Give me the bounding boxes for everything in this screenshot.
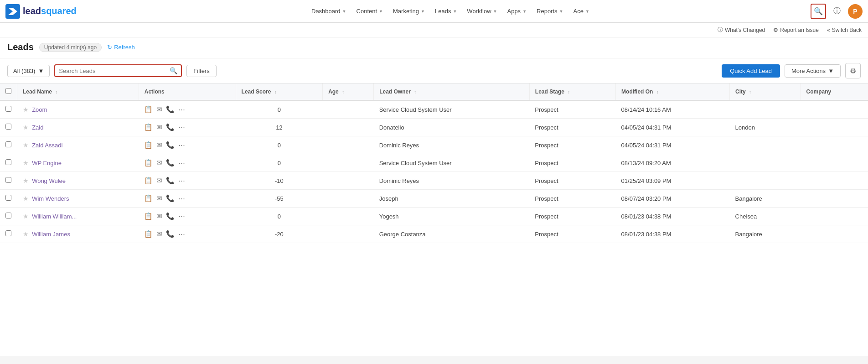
user-avatar[interactable]: P bbox=[848, 4, 863, 19]
add-activity-icon-1[interactable]: 📋 bbox=[144, 123, 153, 131]
settings-button[interactable]: ⚙ bbox=[845, 63, 861, 78]
email-icon-4[interactable]: ✉ bbox=[156, 177, 162, 185]
logo[interactable]: leadsquared bbox=[5, 4, 77, 19]
more-icon-5[interactable]: ⋯ bbox=[178, 194, 185, 203]
call-icon-6[interactable]: 📞 bbox=[166, 212, 175, 220]
more-icon-4[interactable]: ⋯ bbox=[178, 177, 185, 185]
star-icon-0[interactable]: ★ bbox=[23, 106, 29, 113]
col-age[interactable]: Age ↕ bbox=[323, 83, 374, 100]
lead-name-link-0[interactable]: Zoom bbox=[32, 106, 47, 113]
lead-name-link-2[interactable]: Zaid Assadi bbox=[32, 142, 62, 149]
row-checkbox-5[interactable] bbox=[5, 195, 11, 201]
nav-item-dashboard[interactable]: Dashboard▼ bbox=[307, 5, 351, 17]
row-checkbox-0[interactable] bbox=[5, 106, 11, 112]
more-icon-0[interactable]: ⋯ bbox=[178, 105, 185, 114]
report-issue-link[interactable]: ⚙ Report an Issue bbox=[773, 27, 819, 33]
nav-item-leads[interactable]: Leads▼ bbox=[430, 5, 461, 17]
email-icon-7[interactable]: ✉ bbox=[156, 230, 162, 238]
add-activity-icon-5[interactable]: 📋 bbox=[144, 194, 153, 203]
search-icon-button[interactable]: 🔍 bbox=[170, 67, 177, 74]
add-activity-icon-0[interactable]: 📋 bbox=[144, 105, 153, 114]
col-city[interactable]: City ↕ bbox=[730, 83, 801, 100]
col-modified-on[interactable]: Modified On ↕ bbox=[616, 83, 730, 100]
call-icon-2[interactable]: 📞 bbox=[166, 141, 175, 149]
add-activity-icon-3[interactable]: 📋 bbox=[144, 159, 153, 167]
star-icon-2[interactable]: ★ bbox=[23, 141, 29, 149]
add-activity-icon-4[interactable]: 📋 bbox=[144, 177, 153, 185]
lead-name-link-1[interactable]: Zaid bbox=[32, 124, 43, 131]
row-checkbox-cell-3[interactable] bbox=[0, 154, 17, 172]
add-activity-icon-2[interactable]: 📋 bbox=[144, 141, 153, 149]
search-box[interactable]: 🔍 bbox=[54, 64, 182, 77]
call-icon-4[interactable]: 📞 bbox=[166, 177, 175, 185]
all-filter-badge[interactable]: All (383) ▼ bbox=[7, 65, 50, 77]
lead-name-link-3[interactable]: WP Engine bbox=[32, 160, 62, 166]
email-icon-5[interactable]: ✉ bbox=[156, 194, 162, 203]
add-activity-icon-7[interactable]: 📋 bbox=[144, 230, 153, 238]
star-icon-5[interactable]: ★ bbox=[23, 195, 29, 202]
table-scroll-area[interactable]: Lead Name ↕ Actions Lead Score ↕ Age ↕ L… bbox=[0, 83, 868, 356]
row-checkbox-cell-6[interactable] bbox=[0, 208, 17, 225]
nav-search-button[interactable]: 🔍 bbox=[811, 4, 826, 19]
search-input[interactable] bbox=[59, 68, 170, 74]
col-lead-name[interactable]: Lead Name ↕ bbox=[17, 83, 139, 100]
row-checkbox-6[interactable] bbox=[5, 213, 11, 218]
row-score-cell-6: 0 bbox=[236, 208, 323, 225]
quick-add-lead-button[interactable]: Quick Add Lead bbox=[722, 64, 780, 78]
filters-button[interactable]: Filters bbox=[186, 65, 216, 77]
call-icon-3[interactable]: 📞 bbox=[166, 159, 175, 167]
lead-name-link-6[interactable]: William William... bbox=[32, 213, 77, 220]
row-checkbox-2[interactable] bbox=[5, 141, 11, 147]
email-icon-3[interactable]: ✉ bbox=[156, 159, 162, 167]
whats-changed-link[interactable]: ⓘ What's Changed bbox=[718, 26, 765, 34]
more-icon-2[interactable]: ⋯ bbox=[178, 141, 185, 149]
table-row: ★ William William... 📋 ✉ 📞 ⋯ 0 Yogesh Pr… bbox=[0, 208, 868, 225]
more-icon-1[interactable]: ⋯ bbox=[178, 123, 185, 131]
row-checkbox-7[interactable] bbox=[5, 230, 11, 236]
more-icon-6[interactable]: ⋯ bbox=[178, 212, 185, 220]
nav-item-marketing[interactable]: Marketing▼ bbox=[388, 5, 429, 17]
add-activity-icon-6[interactable]: 📋 bbox=[144, 212, 153, 220]
nav-item-ace[interactable]: Ace▼ bbox=[569, 5, 594, 17]
call-icon-5[interactable]: 📞 bbox=[166, 194, 175, 203]
row-checkbox-cell-0[interactable] bbox=[0, 100, 17, 119]
star-icon-4[interactable]: ★ bbox=[23, 177, 29, 184]
more-icon-7[interactable]: ⋯ bbox=[178, 230, 185, 238]
call-icon-0[interactable]: 📞 bbox=[166, 105, 175, 114]
row-checkbox-4[interactable] bbox=[5, 177, 11, 183]
select-all-checkbox[interactable] bbox=[5, 88, 11, 94]
nav-item-reports[interactable]: Reports▼ bbox=[532, 5, 568, 17]
row-checkbox-cell-2[interactable] bbox=[0, 136, 17, 154]
email-icon-6[interactable]: ✉ bbox=[156, 212, 162, 220]
email-icon-1[interactable]: ✉ bbox=[156, 123, 162, 131]
row-checkbox-3[interactable] bbox=[5, 159, 11, 165]
refresh-button[interactable]: ↻ Refresh bbox=[107, 44, 135, 51]
more-icon-3[interactable]: ⋯ bbox=[178, 159, 185, 167]
lead-name-link-7[interactable]: William James bbox=[32, 231, 70, 238]
star-icon-7[interactable]: ★ bbox=[23, 230, 29, 238]
nav-item-apps[interactable]: Apps▼ bbox=[502, 5, 531, 17]
row-checkbox-cell-7[interactable] bbox=[0, 225, 17, 243]
call-icon-7[interactable]: 📞 bbox=[166, 230, 175, 238]
switch-back-link[interactable]: « Switch Back bbox=[827, 27, 862, 33]
col-lead-owner[interactable]: Lead Owner ↕ bbox=[374, 83, 530, 100]
more-actions-button[interactable]: More Actions ▼ bbox=[785, 64, 841, 78]
lead-name-link-5[interactable]: Wim Wenders bbox=[32, 195, 69, 202]
help-button[interactable]: ⓘ bbox=[830, 4, 844, 19]
star-icon-6[interactable]: ★ bbox=[23, 213, 29, 220]
lead-name-link-4[interactable]: Wong Wulee bbox=[32, 177, 66, 184]
row-checkbox-cell-1[interactable] bbox=[0, 119, 17, 136]
nav-item-workflow[interactable]: Workflow▼ bbox=[462, 5, 501, 17]
star-icon-1[interactable]: ★ bbox=[23, 124, 29, 131]
email-icon-0[interactable]: ✉ bbox=[156, 105, 162, 114]
nav-item-content[interactable]: Content▼ bbox=[352, 5, 388, 17]
row-checkbox-1[interactable] bbox=[5, 124, 11, 130]
col-lead-stage[interactable]: Lead Stage ↕ bbox=[529, 83, 615, 100]
col-lead-score[interactable]: Lead Score ↕ bbox=[236, 83, 323, 100]
email-icon-2[interactable]: ✉ bbox=[156, 141, 162, 149]
select-all-cell[interactable] bbox=[0, 83, 17, 100]
row-checkbox-cell-5[interactable] bbox=[0, 190, 17, 208]
call-icon-1[interactable]: 📞 bbox=[166, 123, 175, 131]
star-icon-3[interactable]: ★ bbox=[23, 159, 29, 166]
row-checkbox-cell-4[interactable] bbox=[0, 172, 17, 190]
